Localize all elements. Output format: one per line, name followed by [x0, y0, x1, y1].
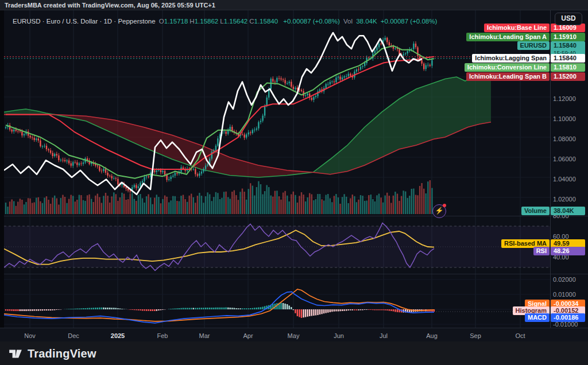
- time-axis-month-label: Nov: [24, 331, 36, 340]
- indicator-axis-value: 38.04K: [551, 207, 585, 215]
- time-axis-month-label: Sep: [470, 331, 481, 340]
- time-axis-month-label: Mar: [199, 331, 210, 340]
- currency-toggle-button[interactable]: USD: [555, 13, 582, 25]
- indicator-axis-value: 1.15910: [551, 33, 585, 41]
- time-axis-month-label: Dec: [68, 331, 79, 340]
- axis-tick-label: 1.08000: [553, 135, 576, 143]
- ichimoku-legend-row: Ichimoku:Leading Span B1.15200: [0, 72, 588, 81]
- time-axis-month-label: Apr: [243, 331, 253, 340]
- axis-tick-label: 1.12000: [553, 95, 576, 103]
- indicator-axis-value: 1.15840: [551, 54, 585, 63]
- indicator-label[interactable]: Ichimoku:Leading Span B: [466, 72, 550, 81]
- time-axis-month-label: May: [288, 331, 300, 340]
- tradingview-logo-icon: [8, 346, 23, 361]
- time-axis-month-label: Oct: [515, 331, 525, 340]
- axis-tick-label: 1.04000: [553, 175, 576, 183]
- ichimoku-legend-row: EURUSD1.1584015:59:40: [0, 41, 588, 50]
- time-axis-month-label: Feb: [157, 331, 168, 340]
- macd-legend-row: MACD-0.00186: [0, 313, 588, 322]
- rsi-legend-row: RSI48.26: [0, 247, 588, 255]
- axis-tick-label: 0.02000: [553, 275, 576, 284]
- indicator-label[interactable]: Ichimoku:Base Line: [484, 24, 550, 32]
- time-axis-month-label: Aug: [426, 331, 438, 340]
- time-axis-month-label: Jun: [334, 331, 344, 340]
- axis-tick-label: 0.01000: [553, 290, 576, 298]
- volume-legend-row: Volume38.04K: [0, 207, 588, 215]
- indicator-label[interactable]: MACD: [525, 313, 550, 322]
- indicator-axis-value: -0.00186: [551, 313, 585, 322]
- indicator-axis-value: 48.26: [551, 247, 585, 255]
- indicator-label[interactable]: RSI: [533, 247, 550, 255]
- tradingview-chart-window: TradersMBA created with TradingView.com,…: [0, 0, 588, 365]
- ichimoku-legend-row: Ichimoku:Conversion Line1.15810: [0, 63, 588, 72]
- indicator-label[interactable]: Ichimoku:Lagging Span: [472, 54, 550, 63]
- time-axis-month-label: Jul: [380, 331, 388, 340]
- axis-tick-label: 1.02000: [553, 195, 576, 203]
- ichimoku-cloud-bullish: [313, 77, 491, 174]
- ichimoku-legend-row: Ichimoku:Base Line1.16009: [0, 24, 588, 32]
- footer-bar: TradingView: [0, 341, 588, 365]
- time-axis-month-label: 2025: [111, 331, 125, 340]
- tradingview-logo[interactable]: TradingView: [8, 346, 96, 361]
- indicator-axis-value: 1.15200: [551, 72, 585, 81]
- indicator-label[interactable]: Ichimoku:Conversion Line: [465, 63, 550, 72]
- indicator-label[interactable]: Ichimoku:Leading Span A: [466, 33, 550, 41]
- tradingview-logo-text: TradingView: [28, 347, 96, 360]
- indicator-label[interactable]: EURUSD: [517, 41, 550, 50]
- ichimoku-legend-row: Ichimoku:Lagging Span1.15840: [0, 54, 588, 63]
- axis-tick-label: 1.06000: [553, 155, 576, 163]
- axis-tick-label: 1.10000: [553, 115, 576, 123]
- ichimoku-legend-row: Ichimoku:Leading Span A1.15910: [0, 33, 588, 41]
- indicator-axis-value: 1.15810: [551, 63, 585, 72]
- indicator-label[interactable]: Volume: [521, 207, 550, 215]
